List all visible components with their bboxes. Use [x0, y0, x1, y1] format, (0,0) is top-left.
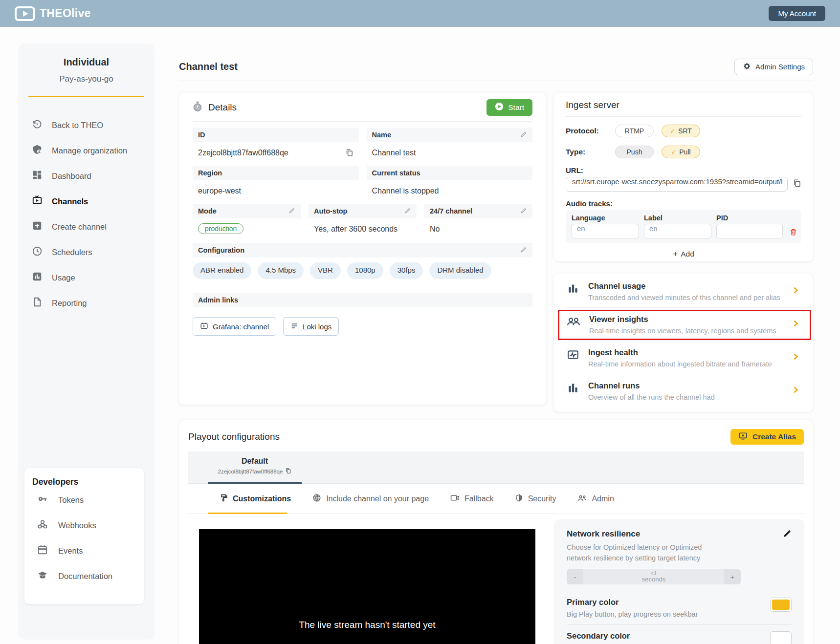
latency-increase-button[interactable]: + [724, 569, 741, 584]
developers-title: Developers [32, 477, 144, 487]
sidebar-item-manage-organization[interactable]: Manage organization [19, 138, 154, 163]
admin-settings-button[interactable]: Admin Settings [734, 59, 813, 75]
start-button[interactable]: Start [486, 99, 532, 116]
list-icon [290, 322, 298, 331]
link-description: Real-time information about ingested bit… [588, 360, 772, 368]
edit-configuration-icon[interactable] [520, 246, 527, 255]
copy-id-icon[interactable] [345, 149, 354, 159]
people-icon [567, 315, 580, 330]
channel-runs-row[interactable]: Channel runs Overview of all the runs th… [567, 374, 800, 408]
sidebar-item-reporting[interactable]: Reporting [19, 290, 154, 316]
plan-name: Pay-as-you-go [19, 74, 154, 84]
sidebar-item-schedulers[interactable]: Schedulers [19, 239, 154, 265]
mode-label-row: Mode [193, 204, 301, 218]
brand-name: THEOlive [40, 7, 91, 20]
tab-include-channel[interactable]: Include channel on your page [312, 494, 429, 504]
secondary-color-title: Secondary color [567, 631, 630, 641]
sidebar-item-events[interactable]: Events [32, 538, 144, 563]
primary-color-title: Primary color [567, 598, 698, 607]
protocol-rtmp-option[interactable]: RTMP [615, 125, 654, 137]
link-description: Transcoded and viewed minutes of this ch… [588, 294, 780, 301]
channel-usage-row[interactable]: Channel usage Transcoded and viewed minu… [567, 275, 800, 308]
channel247-value: No [424, 218, 532, 243]
sidebar-item-documentation[interactable]: Documentation [32, 563, 144, 589]
sidebar-item-tokens[interactable]: Tokens [32, 487, 144, 513]
tab-fallback[interactable]: Fallback [450, 494, 494, 504]
edit-mode-icon[interactable] [288, 207, 295, 215]
sidebar-item-label: Documentation [58, 572, 112, 581]
name-label-row: Name [367, 128, 533, 142]
copy-url-icon[interactable] [793, 179, 801, 190]
create-alias-button[interactable]: Create Alias [730, 429, 804, 445]
sidebar-item-label: Manage organization [52, 146, 127, 155]
ingest-url-input[interactable]: srt://srt.europe-west.sneezysparrow.com:… [566, 177, 788, 192]
name-value: Channel test [367, 142, 533, 166]
config-chip: VBR [310, 262, 341, 279]
sidebar-item-back-to-theo[interactable]: Back to THEO [19, 112, 154, 138]
add-track-button[interactable]: +Add [566, 249, 801, 259]
developers-card: Developers Tokens Webhooks Events Docume… [24, 468, 144, 604]
audio-tracks-label: Audio tracks: [566, 199, 801, 208]
top-header: THEOlive My Account [0, 0, 840, 27]
autostop-label-row: Auto-stop [309, 204, 417, 218]
delete-track-icon[interactable] [789, 228, 797, 238]
config-chip: 1080p [347, 262, 383, 279]
organization-icon [32, 144, 43, 157]
sidebar-item-label: Dashboard [52, 172, 91, 181]
edit-pencil-icon[interactable] [783, 529, 792, 540]
primary-color-swatch[interactable] [770, 598, 792, 612]
tab-admin[interactable]: Admin [577, 494, 614, 504]
audio-tracks-box: Language en Label en PID [566, 210, 801, 243]
alias-tab-default[interactable]: Default 2zejcol8bjtt87faw0ff688qe [208, 451, 302, 484]
mode-badge: production [198, 223, 243, 234]
sidebar-item-webhooks[interactable]: Webhooks [32, 513, 144, 538]
link-title: Viewer insights [589, 315, 776, 324]
stopwatch-icon [193, 101, 202, 114]
edit-name-icon[interactable] [520, 131, 527, 139]
ingest-health-row[interactable]: Ingest health Real-time information abou… [567, 341, 800, 374]
grafana-channel-button[interactable]: Grafana: channel [193, 317, 276, 336]
sidebar-item-channels[interactable]: Channels [19, 189, 154, 214]
latency-decrease-button[interactable]: - [567, 569, 583, 584]
sidebar-item-create-channel[interactable]: Create channel [19, 214, 154, 239]
language-input[interactable]: en [572, 224, 639, 238]
shield-icon [515, 494, 523, 504]
label-input[interactable]: en [644, 224, 711, 238]
edit-autostop-icon[interactable] [404, 207, 411, 215]
people-icon [577, 494, 587, 504]
region-label-row: Region [193, 166, 359, 180]
copy-alias-id-icon[interactable] [285, 468, 291, 475]
theolive-logo[interactable]: THEOlive [15, 6, 91, 21]
grafana-label: Grafana: channel [213, 322, 269, 331]
loki-logs-button[interactable]: Loki logs [283, 317, 339, 336]
secondary-color-swatch[interactable] [770, 631, 792, 644]
sidebar-item-dashboard[interactable]: Dashboard [19, 163, 154, 189]
mode-value-row: production [193, 218, 301, 243]
create-alias-label: Create Alias [752, 432, 796, 441]
tab-customizations[interactable]: Customizations [220, 494, 291, 504]
pid-input[interactable] [716, 224, 783, 238]
dashboard-icon [32, 170, 43, 182]
bar-chart-icon [32, 271, 43, 284]
chevron-right-icon [792, 320, 799, 329]
tab-security[interactable]: Security [515, 494, 556, 504]
autostop-value: Yes, after 3600 seconds [309, 218, 417, 243]
check-icon: ✓ [671, 149, 676, 156]
sidebar-item-usage[interactable]: Usage [19, 265, 154, 290]
bar-chart-icon [567, 282, 579, 297]
config-chip: DRM disabled [429, 262, 491, 279]
protocol-srt-option[interactable]: ✓SRT [662, 125, 700, 137]
divider [566, 116, 801, 117]
pid-column-header: PID [716, 214, 783, 222]
my-account-button[interactable]: My Account [769, 6, 825, 21]
viewer-insights-row[interactable]: Viewer insights Real-time insights on vi… [567, 308, 800, 341]
type-pull-option[interactable]: ✓Pull [662, 146, 700, 158]
sidebar-item-label: Reporting [52, 299, 87, 308]
edit-channel247-icon[interactable] [520, 207, 527, 215]
protocol-label: Protocol: [566, 127, 615, 135]
tab-label: Fallback [464, 494, 494, 503]
alias-tab-strip: Default 2zejcol8bjtt87faw0ff688qe [188, 451, 804, 484]
type-push-option[interactable]: Push [615, 146, 654, 158]
video-player[interactable]: The live stream hasn't started yet [199, 529, 535, 644]
video-library-icon [200, 322, 208, 331]
